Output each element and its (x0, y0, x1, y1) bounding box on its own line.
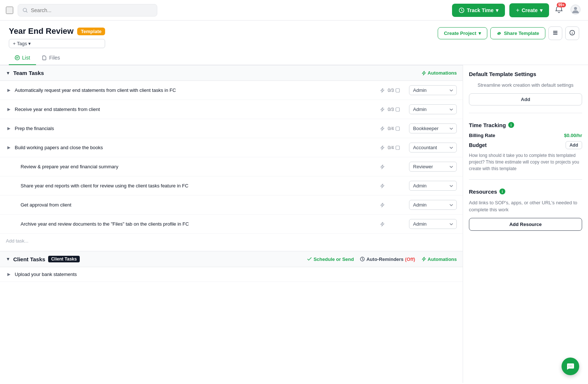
client-tasks-title: Client Tasks (13, 256, 45, 262)
team-tasks-automations-button[interactable]: Automations (421, 70, 457, 76)
add-task-row[interactable]: Add task... (0, 234, 463, 248)
svg-point-17 (571, 366, 572, 366)
view-options-button[interactable] (548, 26, 562, 40)
resources-hint: Add links to SOP's, apps, or other URL's… (469, 199, 582, 213)
task-name: Upload your bank statements (15, 272, 457, 277)
svg-rect-11 (396, 108, 399, 111)
chat-icon (566, 362, 575, 371)
assignee-select[interactable]: AdminBookkeeperAccountantReviewer (409, 162, 457, 172)
task-count: 0/4 (388, 145, 406, 150)
task-row: Share year end reports with client for r… (0, 176, 463, 195)
task-expand-btn[interactable]: ▶ (6, 145, 12, 150)
tags-button[interactable]: + Tags ▾ (9, 39, 105, 48)
page-header: Year End Review Template + Tags ▾ Create… (0, 21, 588, 48)
task-name: Review & prepare year end financial summ… (15, 164, 377, 169)
svg-point-3 (574, 7, 577, 10)
svg-rect-4 (553, 31, 557, 32)
client-tasks-badge: Client Tasks (48, 256, 80, 262)
schedule-or-send-button[interactable]: Schedule or Send (307, 256, 354, 262)
svg-rect-6 (553, 34, 557, 35)
page-title-row: Year End Review Template (9, 26, 105, 36)
team-tasks-title-row: ▼ Team Tasks (6, 70, 44, 76)
chat-button[interactable] (562, 358, 579, 375)
assignee-select[interactable]: AdminBookkeeperAccountantReviewer (409, 219, 457, 229)
info-button[interactable]: i (565, 26, 579, 40)
add-default-settings-button[interactable]: Add (469, 93, 582, 105)
lightning-icon (421, 71, 426, 76)
tab-files[interactable]: Files (36, 51, 66, 65)
task-expand-btn[interactable]: ▶ (6, 126, 12, 131)
task-name: Automatically request year end statement… (15, 87, 377, 93)
team-tasks-toggle[interactable]: ▼ (6, 71, 10, 76)
task-name: Share year end reports with client for r… (15, 183, 377, 189)
notification-button[interactable]: 99+ (553, 4, 564, 16)
link-icon (496, 31, 502, 36)
assignee-select[interactable]: AdminBookkeeperAccountantReviewer (409, 181, 457, 191)
avatar-button[interactable] (569, 3, 582, 17)
assignee-select[interactable]: AdminBookkeeperAccountantReviewer (409, 123, 457, 133)
time-tracking-info-icon[interactable]: i (508, 122, 514, 128)
avatar-icon (570, 4, 581, 15)
task-row: Get approval from client AdminBookkeeper… (0, 195, 463, 215)
lightning-icon (421, 256, 426, 262)
create-button[interactable]: + Create ▾ (509, 3, 549, 17)
assignee-select[interactable]: AdminBookkeeperAccountantReviewer (409, 200, 457, 210)
budget-label-row: Budget Add (469, 141, 582, 149)
client-tasks-toggle[interactable]: ▼ (6, 256, 10, 262)
task-name: Build working papers and close the books (15, 145, 377, 150)
task-lightning-icon (380, 183, 385, 189)
tags-chevron: ▾ (28, 41, 31, 46)
add-budget-button[interactable]: Add (566, 141, 582, 149)
default-settings-section: Default Template Settings Streamline wor… (469, 71, 582, 113)
create-project-button[interactable]: Create Project ▾ (438, 27, 487, 39)
off-label: (Off) (405, 256, 415, 262)
page-title-area: Year End Review Template + Tags ▾ (9, 26, 105, 48)
client-tasks-title-row: ▼ Client Tasks Client Tasks (6, 256, 80, 262)
schedule-icon (307, 256, 312, 262)
info-icon: i (569, 30, 575, 36)
files-icon (42, 55, 47, 60)
task-expand-btn[interactable]: ▶ (6, 88, 12, 93)
client-tasks-automations-button[interactable]: Automations (421, 256, 457, 262)
task-row: Archive year end review documents to the… (0, 215, 463, 234)
resources-info-icon[interactable]: i (499, 189, 505, 194)
hamburger-menu[interactable] (6, 7, 13, 14)
create-project-chevron: ▾ (478, 30, 481, 36)
task-count: 0/3 (388, 88, 406, 93)
add-resource-button[interactable]: Add Resource (469, 218, 582, 231)
page-actions: Create Project ▾ Share Template i (438, 26, 579, 40)
track-time-button[interactable]: Track Time ▾ (452, 4, 505, 17)
checkbox-icon (395, 126, 400, 131)
task-lightning-icon (380, 88, 385, 93)
task-expand-btn[interactable]: ▶ (6, 272, 12, 277)
checkbox-icon (395, 88, 400, 93)
svg-text:i: i (572, 31, 573, 35)
task-lightning-icon (380, 164, 385, 169)
task-name: Prep the financials (15, 126, 377, 131)
search-icon (22, 7, 28, 13)
search-bar (18, 4, 157, 17)
task-name: Archive year end review documents to the… (15, 221, 377, 227)
tab-list[interactable]: List (9, 51, 36, 65)
billing-rate-row: Billing Rate $0.00/hr (469, 133, 582, 138)
assignee-select[interactable]: AdminBookkeeperAccountantReviewer (409, 85, 457, 95)
tabs: List Files (0, 51, 588, 65)
task-row: ▶ Automatically request year end stateme… (0, 81, 463, 100)
client-task-row: ▶ Upload your bank statements (0, 267, 463, 282)
assignee-select[interactable]: AdminBookkeeperAccountantReviewer (409, 143, 457, 152)
reminder-icon (360, 256, 365, 262)
auto-reminders-button[interactable]: Auto-Reminders (Off) (360, 256, 415, 262)
task-row: ▶ Receive year end statements from clien… (0, 100, 463, 119)
task-lightning-icon (380, 126, 385, 131)
default-settings-subtitle: Streamline work creation with default se… (469, 82, 582, 89)
share-template-button[interactable]: Share Template (490, 27, 545, 39)
lines-icon (552, 30, 558, 36)
track-time-chevron: ▾ (496, 7, 498, 13)
assignee-select[interactable]: AdminBookkeeperAccountantReviewer (409, 104, 457, 114)
task-expand-btn[interactable]: ▶ (6, 107, 12, 112)
task-name: Receive year end statements from client (15, 107, 377, 112)
search-input[interactable] (31, 7, 153, 13)
svg-rect-12 (396, 127, 399, 130)
task-list-area: ▼ Team Tasks Automations ▶ Automatically… (0, 65, 463, 383)
team-tasks-section-header: ▼ Team Tasks Automations (0, 65, 463, 81)
